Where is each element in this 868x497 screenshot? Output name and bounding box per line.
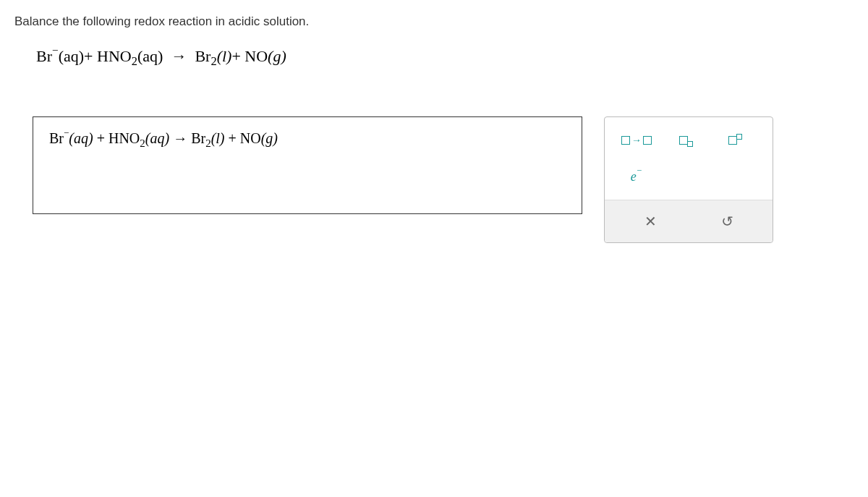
plus-1: + (84, 47, 93, 65)
ans-plus1: + (93, 130, 109, 146)
tool-row-1: → (605, 117, 773, 163)
box-sm-icon (736, 134, 742, 140)
equation-br: Br (36, 47, 52, 65)
subscript-tool[interactable] (661, 127, 710, 153)
ans-hno2: HNO (109, 130, 140, 146)
l-state: (l) (217, 47, 232, 65)
box-icon (621, 136, 630, 145)
g-state: (g) (268, 47, 286, 65)
plus-2: + (231, 47, 240, 65)
undo-icon: ↻ (721, 213, 733, 230)
electron-label: e (631, 169, 637, 184)
hno2: HNO (97, 47, 132, 65)
box-icon (643, 136, 652, 145)
action-row: ✕ ↻ (605, 200, 773, 242)
undo-button[interactable]: ↻ (689, 208, 765, 235)
tool-panel: → e− ✕ ↻ (604, 116, 773, 243)
no: NO (244, 47, 268, 65)
ans-br-charge: − (64, 127, 69, 138)
aq-state-2: (aq) (137, 47, 163, 65)
question-equation: Br−(aq)+ HNO2(aq) → Br2(l)+ NO(g) (14, 47, 854, 66)
ans-arrow: → (169, 130, 191, 146)
ans-no: NO (240, 130, 261, 146)
ans-br: Br (49, 130, 64, 146)
ans-g: (g) (261, 130, 278, 146)
ans-aq2: (aq) (145, 130, 169, 146)
superscript-tool[interactable] (710, 127, 760, 153)
arrow: → (171, 47, 187, 65)
arrow-icon: → (631, 135, 642, 146)
br2: Br (195, 47, 210, 65)
close-icon: ✕ (644, 213, 657, 230)
ans-hno2-sub: 2 (140, 137, 145, 149)
answer-input[interactable]: Br−(aq) + HNO2(aq) → Br2(l) + NO(g) (33, 116, 582, 214)
tool-row-2: e− (605, 163, 773, 200)
br-charge: − (52, 44, 59, 56)
clear-button[interactable]: ✕ (612, 208, 689, 235)
question-prompt: Balance the following redox reaction in … (14, 14, 854, 29)
ans-aq1: (aq) (69, 130, 93, 146)
hno2-sub: 2 (132, 54, 137, 68)
yields-tool[interactable]: → (612, 127, 661, 153)
electron-charge: − (637, 166, 643, 177)
aq-state-1: (aq) (59, 47, 84, 65)
ans-l: (l) (211, 130, 225, 146)
electron-tool[interactable]: e− (612, 163, 661, 190)
answer-area: Br−(aq) + HNO2(aq) → Br2(l) + NO(g) → e−… (14, 116, 854, 243)
ans-br2-sub: 2 (205, 137, 211, 149)
ans-plus2: + (225, 130, 240, 146)
box-sm-icon (687, 141, 693, 147)
ans-br2: Br (191, 130, 205, 146)
br2-sub: 2 (210, 54, 216, 68)
